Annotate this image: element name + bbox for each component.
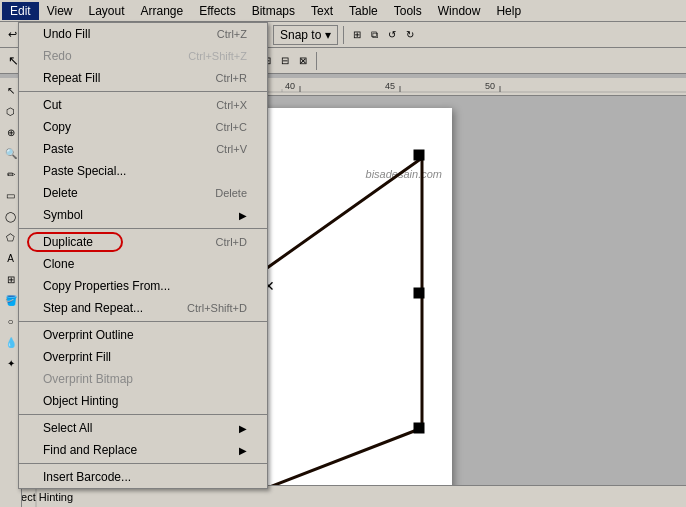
view-btn2[interactable]: ⧉ xyxy=(367,24,382,46)
undo-fill-label: Undo Fill xyxy=(43,27,90,41)
menu-view[interactable]: View xyxy=(39,2,81,20)
tb2-sep4 xyxy=(316,52,317,70)
menu-item-find-replace[interactable]: Find and Replace ▶ xyxy=(19,439,267,461)
menu-item-symbol[interactable]: Symbol ▶ xyxy=(19,204,267,226)
snap-dropdown-icon: ▾ xyxy=(325,28,331,42)
menu-bitmaps[interactable]: Bitmaps xyxy=(244,2,303,20)
menu-item-undo-fill[interactable]: Undo Fill Ctrl+Z xyxy=(19,23,267,45)
menu-item-select-all[interactable]: Select All ▶ xyxy=(19,417,267,439)
find-replace-label: Find and Replace xyxy=(43,443,137,457)
sep3 xyxy=(19,321,267,322)
paste-label: Paste xyxy=(43,142,74,156)
edit-dropdown-menu: Undo Fill Ctrl+Z Redo Ctrl+Shift+Z Repea… xyxy=(18,22,268,489)
symbol-arrow: ▶ xyxy=(239,210,247,221)
menu-item-copy[interactable]: Copy Ctrl+C xyxy=(19,116,267,138)
menu-layout[interactable]: Layout xyxy=(80,2,132,20)
sep5 xyxy=(19,463,267,464)
sep1 xyxy=(19,91,267,92)
duplicate-wrapper: Duplicate Ctrl+D xyxy=(19,231,267,253)
menu-item-step-repeat[interactable]: Step and Repeat... Ctrl+Shift+D xyxy=(19,297,267,319)
menu-item-delete[interactable]: Delete Delete xyxy=(19,182,267,204)
repeat-fill-shortcut: Ctrl+R xyxy=(216,72,247,84)
menu-table[interactable]: Table xyxy=(341,2,386,20)
find-replace-arrow: ▶ xyxy=(239,445,247,456)
sep4 xyxy=(19,414,267,415)
menu-window[interactable]: Window xyxy=(430,2,489,20)
menu-tools[interactable]: Tools xyxy=(386,2,430,20)
sep2 xyxy=(19,228,267,229)
menu-item-object-hinting[interactable]: Object Hinting xyxy=(19,390,267,412)
overprint-fill-label: Overprint Fill xyxy=(43,350,111,364)
delete-label: Delete xyxy=(43,186,78,200)
menu-item-insert-barcode[interactable]: Insert Barcode... xyxy=(19,466,267,488)
step-repeat-label: Step and Repeat... xyxy=(43,301,143,315)
menu-item-overprint-outline[interactable]: Overprint Outline xyxy=(19,324,267,346)
view-btn4[interactable]: ↻ xyxy=(402,24,418,46)
overprint-outline-label: Overprint Outline xyxy=(43,328,134,342)
menu-text[interactable]: Text xyxy=(303,2,341,20)
menu-item-duplicate[interactable]: Duplicate Ctrl+D xyxy=(19,231,267,253)
svg-text:50: 50 xyxy=(485,81,495,91)
clone-label: Clone xyxy=(43,257,74,271)
delete-shortcut: Delete xyxy=(215,187,247,199)
paste-shortcut: Ctrl+V xyxy=(216,143,247,155)
menubar: Edit View Layout Arrange Effects Bitmaps… xyxy=(0,0,686,22)
repeat-fill-label: Repeat Fill xyxy=(43,71,100,85)
menu-item-overprint-fill[interactable]: Overprint Fill xyxy=(19,346,267,368)
menu-item-paste[interactable]: Paste Ctrl+V xyxy=(19,138,267,160)
symbol-label: Symbol xyxy=(43,208,83,222)
menu-effects[interactable]: Effects xyxy=(191,2,243,20)
duplicate-label: Duplicate xyxy=(43,235,93,249)
copy-label: Copy xyxy=(43,120,71,134)
align-btn3[interactable]: ⊟ xyxy=(277,50,293,72)
copy-properties-label: Copy Properties From... xyxy=(43,279,170,293)
menu-item-copy-properties[interactable]: Copy Properties From... xyxy=(19,275,267,297)
snap-label: Snap to xyxy=(280,28,321,42)
menu-item-overprint-bitmap[interactable]: Overprint Bitmap xyxy=(19,368,267,390)
menu-arrange[interactable]: Arrange xyxy=(133,2,192,20)
overprint-bitmap-label: Overprint Bitmap xyxy=(43,372,133,386)
undo-icon: ↩ xyxy=(8,28,17,41)
redo-shortcut: Ctrl+Shift+Z xyxy=(188,50,247,62)
undo-fill-shortcut: Ctrl+Z xyxy=(217,28,247,40)
toolbar-sep5 xyxy=(343,26,344,44)
menu-item-repeat-fill[interactable]: Repeat Fill Ctrl+R xyxy=(19,67,267,89)
view-btn1[interactable]: ⊞ xyxy=(349,24,365,46)
step-repeat-shortcut: Ctrl+Shift+D xyxy=(187,302,247,314)
paste-special-label: Paste Special... xyxy=(43,164,126,178)
select-all-arrow: ▶ xyxy=(239,423,247,434)
menu-item-clone[interactable]: Clone xyxy=(19,253,267,275)
snap-to-box: Snap to ▾ xyxy=(273,25,338,45)
menu-item-cut[interactable]: Cut Ctrl+X xyxy=(19,94,267,116)
duplicate-shortcut: Ctrl+D xyxy=(216,236,247,248)
cut-label: Cut xyxy=(43,98,62,112)
view-btn3[interactable]: ↺ xyxy=(384,24,400,46)
cut-shortcut: Ctrl+X xyxy=(216,99,247,111)
svg-rect-23 xyxy=(414,150,424,160)
menu-item-redo[interactable]: Redo Ctrl+Shift+Z xyxy=(19,45,267,67)
object-hinting-label: Object Hinting xyxy=(43,394,118,408)
copy-shortcut: Ctrl+C xyxy=(216,121,247,133)
svg-rect-28 xyxy=(414,423,424,433)
svg-text:45: 45 xyxy=(385,81,395,91)
svg-text:40: 40 xyxy=(285,81,295,91)
redo-label: Redo xyxy=(43,49,72,63)
align-btn4[interactable]: ⊠ xyxy=(295,50,311,72)
select-all-label: Select All xyxy=(43,421,92,435)
menu-help[interactable]: Help xyxy=(488,2,529,20)
menu-item-paste-special[interactable]: Paste Special... xyxy=(19,160,267,182)
menu-edit[interactable]: Edit xyxy=(2,2,39,20)
svg-rect-25 xyxy=(414,288,424,298)
insert-barcode-label: Insert Barcode... xyxy=(43,470,131,484)
